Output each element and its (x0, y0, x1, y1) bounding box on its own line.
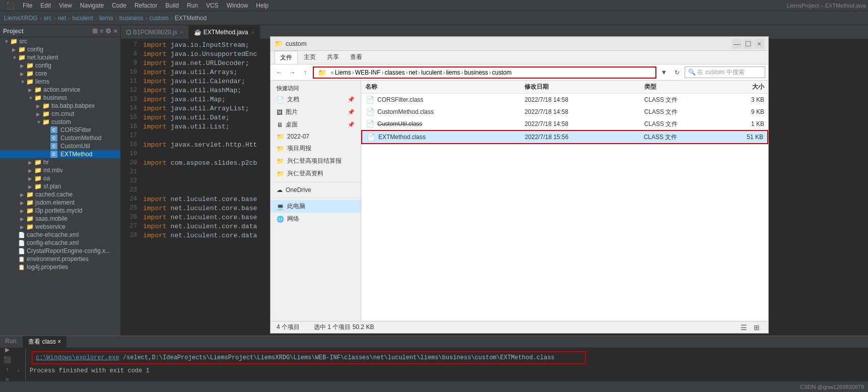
fe-view-grid-btn[interactable]: ⊞ (751, 322, 762, 333)
fe-search-box[interactable]: 🔍 在 custom 中搜索 (685, 67, 765, 78)
sidebar-icon-external[interactable]: ⊞ (92, 27, 98, 35)
fe-tab-home[interactable]: 主页 (299, 51, 321, 64)
scroll-down-btn[interactable]: ↓ (13, 365, 23, 374)
fe-tab-view[interactable]: 查看 (345, 51, 367, 64)
fe-sidebar-doc[interactable]: 📄 文档 📌 (271, 93, 361, 106)
fe-file-extmethod[interactable]: 📄 EXTMethod.class 2022/7/18 15:56 CLASS … (361, 130, 768, 144)
fe-sidebar-report[interactable]: 📁 项目周报 (271, 142, 361, 155)
misc-btn[interactable]: ≡ (2, 375, 12, 381)
tree-core[interactable]: ▶ 📁 core (0, 70, 120, 78)
tree-oa[interactable]: ▶ 📁 oa (0, 174, 120, 182)
fe-minimize-btn[interactable]: — (732, 39, 742, 49)
breadcrumb-custom[interactable]: custom (149, 15, 169, 22)
tab-extmethod[interactable]: ☕ EXTMethod.java × (189, 25, 260, 39)
tree-cmcmut[interactable]: ▶ 📁 cm.cmut (0, 110, 120, 118)
run-exe-path[interactable]: c:\Windows\explorer.exe (36, 354, 119, 361)
sidebar-icon-close[interactable]: × (113, 27, 117, 35)
fe-tab-file[interactable]: 文件 (275, 51, 298, 64)
fe-path-liems2[interactable]: liems (446, 69, 460, 76)
sidebar-icon-collapse[interactable]: ≡ (100, 27, 104, 35)
menu-app-icon[interactable]: ⬛ (2, 1, 19, 11)
tree-customutil[interactable]: C CustomUtil (0, 142, 120, 150)
tab-close-b1pom[interactable]: × (180, 29, 183, 35)
breadcrumb-luculent[interactable]: luculent (72, 15, 93, 22)
fe-refresh-btn[interactable]: ↻ (672, 67, 683, 78)
fe-forward-btn[interactable]: → (287, 67, 298, 78)
tree-cachexml[interactable]: 📄 cache-ehcache.xml (0, 231, 120, 239)
tree-cachedcache[interactable]: ▶ 📁 cached.cache (0, 190, 120, 199)
fe-view-details-btn[interactable]: ☰ (738, 322, 749, 333)
run-stop-btn[interactable]: ⬛ (2, 355, 12, 364)
fe-back-btn[interactable]: ← (274, 67, 285, 78)
fe-path-luculent[interactable]: luculent (421, 69, 442, 76)
fe-up-btn[interactable]: ↑ (300, 67, 311, 78)
breadcrumb-src[interactable]: src (44, 15, 52, 22)
scroll-up-btn[interactable]: ↑ (2, 365, 12, 374)
fe-tab-share[interactable]: 共享 (322, 51, 344, 64)
tree-corsfilter[interactable]: C CORSFilter (0, 126, 120, 134)
fe-sidebar-202207[interactable]: 📁 2022-07 (271, 131, 361, 142)
fe-sidebar-network[interactable]: 🌐 网络 (271, 213, 361, 225)
fe-path-net[interactable]: net (409, 69, 417, 76)
fe-sidebar-thispc[interactable]: 💻 此电脑 (271, 200, 361, 213)
bottom-tab-viewclass[interactable]: 查看 class × (23, 336, 66, 348)
tree-sfplan[interactable]: ▶ 📁 sf.plan (0, 182, 120, 190)
menu-run[interactable]: Run (183, 1, 202, 10)
menu-vcs[interactable]: VCS (202, 1, 223, 10)
tree-saasmobile[interactable]: ▶ 📁 saas.mobile (0, 215, 120, 223)
tree-config1[interactable]: ▶ 📁 config (0, 45, 120, 53)
fe-close-btn[interactable]: × (754, 39, 764, 49)
tree-jsdomelement[interactable]: ▶ 📁 jsdom.element (0, 199, 120, 207)
fe-dropdown-btn[interactable]: ▼ (658, 67, 670, 78)
tree-log4jprops[interactable]: 📋 log4j.properties (0, 263, 120, 271)
fe-sidebar-xingren1[interactable]: 📁 兴仁登高项目结算报 (271, 155, 361, 167)
fe-path-business[interactable]: business (464, 69, 488, 76)
breadcrumb-liems[interactable]: LiemsXRDG (4, 15, 38, 22)
menu-file[interactable]: File (19, 1, 36, 10)
tab-b1pom[interactable]: ⬡ B1POM08020.js × (121, 25, 189, 39)
tree-l3pportlets[interactable]: ▶ 📁 l3p.portlets.mycld (0, 207, 120, 215)
fe-sidebar-desktop[interactable]: 🖥 桌面 📌 (271, 118, 361, 131)
fe-path-classes[interactable]: classes (384, 69, 405, 76)
fe-path-box[interactable]: 📁 « Liems › WEB-INF › classes › net › lu… (313, 67, 656, 79)
tree-crystalxml[interactable]: 📄 CrystalReportEngine-config.x... (0, 247, 120, 255)
fe-file-corsfilter[interactable]: 📄 CORSFilter.class 2022/7/18 14:58 CLASS… (361, 94, 768, 106)
breadcrumb-business[interactable]: business (119, 15, 143, 22)
tab-close-extmethod[interactable]: × (251, 29, 254, 35)
tree-actionservice[interactable]: ▶ 📁 action.service (0, 86, 120, 94)
fe-maximize-btn[interactable]: ☐ (743, 39, 753, 49)
tree-liems[interactable]: ▼ 📁 liems (0, 78, 120, 86)
tree-configxml[interactable]: 📄 config-ehcache.xml (0, 239, 120, 247)
fe-sidebar-xingren2[interactable]: 📁 兴仁登高资料 (271, 167, 361, 180)
bottom-tab-run[interactable]: Run: (0, 336, 23, 348)
tree-webservice[interactable]: ▶ 📁 webservice (0, 223, 120, 231)
menu-refactor[interactable]: Refactor (130, 1, 161, 10)
tree-hr[interactable]: ▶ 📁 hr (0, 158, 120, 166)
tree-business[interactable]: ▼ 📁 business (0, 94, 120, 102)
fe-path-liems[interactable]: Liems (335, 69, 351, 76)
menu-navigate[interactable]: Navigate (76, 1, 108, 10)
tree-src[interactable]: ▼ 📁 src (0, 37, 120, 45)
menu-window[interactable]: Window (223, 1, 252, 10)
menu-edit[interactable]: Edit (36, 1, 55, 10)
fe-path-custom[interactable]: custom (492, 69, 512, 76)
breadcrumb-liems2[interactable]: liems (99, 15, 113, 22)
fe-file-custommethod[interactable]: 📄 CustomMethod.class 2022/7/18 14:58 CLA… (361, 106, 768, 118)
breadcrumb-net[interactable]: net (58, 15, 66, 22)
fe-sidebar-img[interactable]: 🖼 图片 📌 (271, 106, 361, 118)
tree-custom[interactable]: ▼ 📁 custom (0, 118, 120, 126)
tree-custommethod[interactable]: C CustomMethod (0, 134, 120, 142)
sidebar-icon-settings[interactable]: ⚙ (105, 27, 111, 35)
tree-babpex[interactable]: ▶ 📁 ba.babp.babpex (0, 102, 120, 110)
menu-help[interactable]: Help (252, 1, 273, 10)
fe-sidebar-onedrive[interactable]: ☁ OneDrive (271, 184, 361, 195)
tree-netluculent[interactable]: ▼ 📁 net.luculent (0, 53, 120, 61)
run-play-btn[interactable]: ▶ (2, 348, 12, 354)
menu-code[interactable]: Code (108, 1, 130, 10)
tree-config2[interactable]: ▶ 📁 config (0, 61, 120, 70)
menu-view[interactable]: View (55, 1, 76, 10)
tree-mtmtiv[interactable]: ▶ 📁 mt.mtiv (0, 166, 120, 174)
tree-extmethod[interactable]: C EXTMethod (0, 150, 120, 158)
menu-build[interactable]: Build (161, 1, 183, 10)
tree-envprops[interactable]: 📋 environment.properties (0, 255, 120, 263)
